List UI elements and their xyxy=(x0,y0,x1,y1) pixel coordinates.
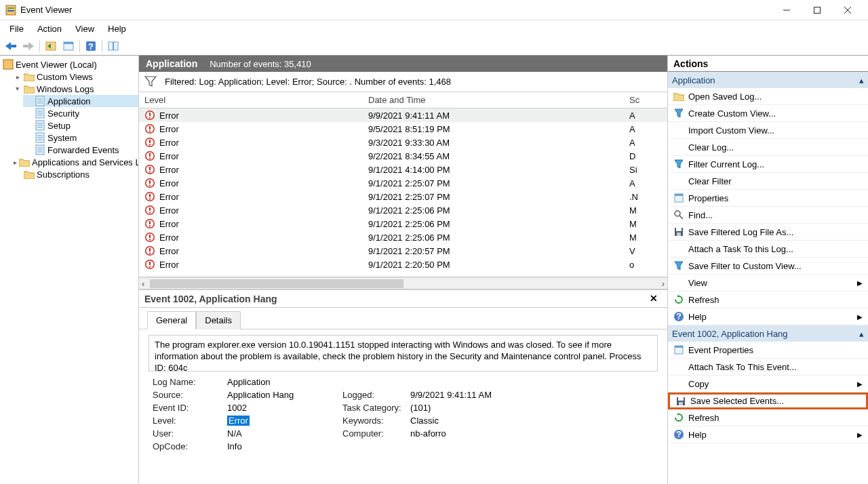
event-list[interactable]: Error 9/9/2021 9:41:11 AM AError 9/5/202… xyxy=(139,108,667,277)
menu-action[interactable]: Action xyxy=(31,22,68,35)
action-group-application[interactable]: Application ▴ xyxy=(668,72,868,88)
event-source: A xyxy=(629,110,662,121)
event-row[interactable]: Error 9/1/2021 2:25:06 PM M xyxy=(139,203,667,217)
maximize-button[interactable] xyxy=(802,1,832,20)
close-button[interactable] xyxy=(832,1,863,20)
action-filter-current-log[interactable]: Filter Current Log... xyxy=(668,156,868,173)
action-clear-log[interactable]: Clear Log... xyxy=(668,139,868,156)
tree-label: Setup xyxy=(47,121,71,131)
detail-close-button[interactable]: ✕ xyxy=(650,293,662,305)
menu-file[interactable]: File xyxy=(3,22,31,35)
svg-rect-81 xyxy=(149,262,151,265)
filter-icon xyxy=(144,76,158,88)
tree-log-application[interactable]: Application xyxy=(23,95,138,107)
action-label: Refresh xyxy=(688,413,719,423)
tree-subscriptions[interactable]: Subscriptions xyxy=(12,168,138,180)
svg-text:?: ? xyxy=(88,41,94,52)
svg-rect-66 xyxy=(149,212,151,214)
action-properties[interactable]: Properties xyxy=(668,190,868,207)
filter-text: Filtered: Log: Application; Level: Error… xyxy=(165,77,451,87)
action-group-label: Event 1002, Application Hang xyxy=(672,329,788,339)
action-label: Create Custom View... xyxy=(688,108,776,119)
event-row[interactable]: Error 9/1/2021 2:25:06 PM M xyxy=(139,230,667,244)
event-row[interactable]: Error 9/1/2021 2:20:50 PM o xyxy=(139,258,667,271)
action-label: Find... xyxy=(688,210,713,220)
action-clear-filter[interactable]: Clear Filter xyxy=(668,173,868,190)
event-row[interactable]: Error 9/3/2021 9:33:30 AM A xyxy=(139,136,667,149)
help-button[interactable]: ? xyxy=(83,39,99,54)
tab-general[interactable]: General xyxy=(147,311,196,329)
action-event-properties[interactable]: Event Properties xyxy=(668,342,868,359)
event-row[interactable]: Error 9/1/2021 2:25:07 PM A xyxy=(139,176,667,190)
menubar: File Action View Help xyxy=(0,20,868,37)
event-date: 9/1/2021 2:20:57 PM xyxy=(368,246,629,256)
event-date: 9/2/2021 8:34:55 AM xyxy=(368,151,629,161)
action-help[interactable]: ? Help ▶ xyxy=(668,308,868,325)
event-row[interactable]: Error 9/5/2021 8:51:19 PM A xyxy=(139,122,667,136)
action-attach-a-task-to-this-log[interactable]: Attach a Task To this Log... xyxy=(668,241,868,258)
submenu-arrow-icon: ▶ xyxy=(857,431,863,439)
error-icon xyxy=(144,150,157,161)
action-import-custom-view[interactable]: Import Custom View... xyxy=(668,122,868,139)
event-date: 9/1/2021 2:25:07 PM xyxy=(368,192,629,202)
action-find[interactable]: Find... xyxy=(668,207,868,224)
event-row[interactable]: Error 9/1/2021 4:14:00 PM Si xyxy=(139,163,667,176)
tree-windows-logs[interactable]: ▸ Windows Logs xyxy=(12,83,138,95)
event-source: M xyxy=(629,205,662,216)
action-attach-task-to-this-event[interactable]: Attach Task To This Event... xyxy=(668,359,868,376)
menu-help[interactable]: Help xyxy=(101,22,133,35)
action-save-filtered-log-file-as[interactable]: Save Filtered Log File As... xyxy=(668,224,868,241)
expander-icon[interactable]: ▸ xyxy=(14,159,17,166)
expander-icon[interactable]: ▸ xyxy=(14,85,22,93)
col-header-source[interactable]: Sc xyxy=(629,95,662,105)
action-view[interactable]: View ▶ xyxy=(668,275,868,291)
svg-rect-54 xyxy=(149,172,151,173)
label-computer: Computer: xyxy=(342,428,410,439)
properties-button[interactable] xyxy=(60,39,77,54)
menu-view[interactable]: View xyxy=(68,22,101,35)
event-date: 9/1/2021 2:20:50 PM xyxy=(368,260,629,270)
action-help[interactable]: ? Help ▶ xyxy=(668,426,868,443)
tree-root[interactable]: Event Viewer (Local) xyxy=(1,58,138,70)
event-row[interactable]: Error 9/1/2021 2:25:07 PM .N xyxy=(139,190,667,203)
detail-header: Event 1002, Application Hang ✕ xyxy=(139,290,667,308)
back-button[interactable] xyxy=(3,39,19,54)
action-group-event[interactable]: Event 1002, Application Hang ▴ xyxy=(668,325,868,342)
action-label: Copy xyxy=(688,379,709,389)
col-header-date[interactable]: Date and Time xyxy=(368,95,629,105)
event-row[interactable]: Error 9/2/2021 8:34:55 AM D xyxy=(139,149,667,163)
error-icon xyxy=(144,178,157,188)
action-open-saved-log[interactable]: Open Saved Log... xyxy=(668,88,868,105)
action-refresh[interactable]: Refresh xyxy=(668,291,868,308)
event-row[interactable]: Error 9/9/2021 9:41:11 AM A xyxy=(139,108,667,122)
tree-label: Application xyxy=(47,96,91,106)
tree-log-security[interactable]: Security xyxy=(23,107,138,119)
action-icon xyxy=(675,396,686,407)
tree-custom-views[interactable]: ▸ Custom Views xyxy=(12,70,138,83)
tree-log-forwarded-events[interactable]: Forwarded Events xyxy=(23,144,138,156)
action-create-custom-view[interactable]: Create Custom View... xyxy=(668,105,868,122)
action-label: Save Selected Events... xyxy=(690,396,784,406)
tree-log-setup[interactable]: Setup xyxy=(23,119,138,132)
toolbar-extra-button[interactable] xyxy=(105,39,121,54)
action-save-selected-events[interactable]: Save Selected Events... xyxy=(668,392,868,409)
error-icon xyxy=(144,137,157,148)
action-icon xyxy=(673,142,684,153)
event-row[interactable]: Error 9/1/2021 2:25:06 PM M xyxy=(139,217,667,230)
forward-button[interactable] xyxy=(20,39,37,54)
col-header-level[interactable]: Level xyxy=(144,95,368,105)
tree-log-system[interactable]: System xyxy=(23,132,138,144)
detail-description[interactable]: The program explorer.exe version 10.0.19… xyxy=(149,335,658,371)
tab-details[interactable]: Details xyxy=(196,311,241,329)
action-save-filter-to-custom-view[interactable]: Save Filter to Custom View... xyxy=(668,258,868,275)
tree-pane: Event Viewer (Local) ▸ Custom Views ▸ Wi… xyxy=(0,56,139,484)
svg-rect-77 xyxy=(149,248,151,251)
action-copy[interactable]: Copy ▶ xyxy=(668,376,868,392)
show-hide-tree-button[interactable] xyxy=(43,39,59,54)
horizontal-scrollbar[interactable]: ‹› xyxy=(139,277,667,289)
minimize-button[interactable] xyxy=(771,1,802,20)
event-row[interactable]: Error 9/1/2021 2:20:57 PM V xyxy=(139,244,667,258)
expander-icon[interactable]: ▸ xyxy=(14,73,22,81)
tree-apps-logs[interactable]: ▸ Applications and Services Logs xyxy=(12,156,138,168)
action-refresh[interactable]: Refresh xyxy=(668,409,868,426)
